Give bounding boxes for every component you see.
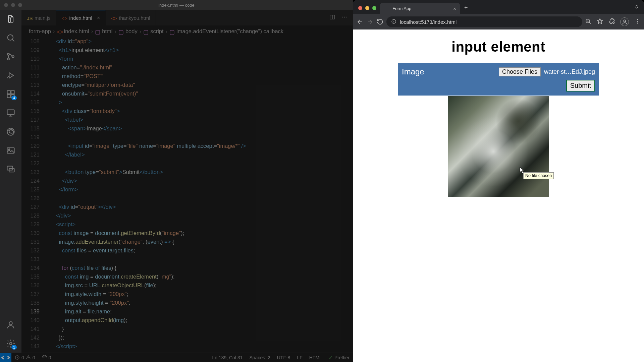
browser-traffic-lights[interactable] <box>358 6 376 10</box>
status-ports[interactable]: 0 <box>39 355 55 360</box>
browser-menu-icon[interactable] <box>634 18 641 26</box>
source-control-icon[interactable] <box>6 52 16 62</box>
search-icon[interactable] <box>6 33 16 43</box>
svg-point-2 <box>7 58 9 60</box>
svg-point-1 <box>7 53 9 55</box>
image-icon[interactable] <box>6 145 16 156</box>
image-label: Image <box>402 67 424 76</box>
split-editor-icon[interactable] <box>329 14 335 21</box>
status-eol[interactable]: LF <box>293 355 306 360</box>
tab-title: Form App <box>392 6 411 11</box>
svg-point-18 <box>344 17 345 18</box>
svg-point-3 <box>12 56 14 58</box>
status-cursor-position[interactable]: Ln 139, Col 31 <box>209 355 246 360</box>
explorer-icon[interactable] <box>6 14 16 24</box>
status-language[interactable]: HTML <box>306 355 325 360</box>
new-tab-button[interactable]: + <box>464 4 468 11</box>
form-body: Image Choose Files water-st…EdJ.jpeg Sub… <box>398 63 599 96</box>
submit-button[interactable]: Submit <box>566 80 595 92</box>
symbol-icon: ▢ <box>95 29 100 34</box>
vscode-window-title: index.html — code <box>158 3 195 8</box>
symbol-icon: ▢ <box>169 29 174 34</box>
js-file-icon: JS <box>27 15 32 20</box>
status-bar: 0 0 0 Ln 139, Col 31 Spaces: 2 UTF-8 LF … <box>0 353 353 362</box>
symbol-icon: ▢ <box>143 29 148 34</box>
selected-file-name: water-st…EdJ.jpeg <box>544 68 595 75</box>
breadcrumb-item[interactable]: image.addEventListener("change") callbac… <box>176 28 283 35</box>
tab-label: index.html <box>69 15 92 21</box>
reload-icon[interactable] <box>376 18 384 25</box>
vscode-traffic-lights[interactable] <box>4 3 22 7</box>
back-icon[interactable] <box>356 18 364 25</box>
svg-point-25 <box>637 19 638 20</box>
svg-point-14 <box>9 322 12 325</box>
svg-point-0 <box>8 35 13 40</box>
svg-rect-5 <box>7 95 10 98</box>
html-file-icon: <> <box>62 15 67 20</box>
zoom-icon[interactable] <box>585 18 591 26</box>
svg-rect-4 <box>7 91 10 94</box>
status-indentation[interactable]: Spaces: 2 <box>246 355 273 360</box>
favicon-icon <box>384 6 389 11</box>
status-errors[interactable]: 0 0 <box>11 355 39 360</box>
editor-tabs: JS main.js <> index.html × <> thankyou.h… <box>21 10 353 25</box>
extensions-puzzle-icon[interactable] <box>608 18 615 26</box>
browser-tab[interactable]: Form App × <box>380 3 460 14</box>
breadcrumb-file[interactable]: index.html <box>64 28 89 35</box>
account-icon[interactable] <box>6 320 16 330</box>
breadcrumb-item[interactable]: body <box>125 28 138 35</box>
bookmark-star-icon[interactable] <box>597 18 603 26</box>
more-actions-icon[interactable] <box>341 14 347 21</box>
breadcrumb-root[interactable]: form-app <box>29 28 51 35</box>
svg-rect-8 <box>7 110 14 115</box>
remote-indicator[interactable] <box>0 353 11 362</box>
file-input-tooltip: No file chosen <box>523 172 554 179</box>
status-formatter[interactable]: ✓Prettier <box>325 355 353 360</box>
extensions-badge: 4 <box>11 96 17 100</box>
forward-icon[interactable] <box>366 18 374 25</box>
site-info-icon[interactable] <box>391 19 396 25</box>
profile-avatar-icon[interactable] <box>620 17 629 26</box>
close-icon[interactable]: × <box>97 15 100 21</box>
vscode-window: index.html — code 4 <box>0 0 353 362</box>
code-editor[interactable]: 1081091101111121131141151161171181191201… <box>21 37 353 353</box>
settings-gear-icon[interactable]: 1 <box>6 339 16 349</box>
svg-point-17 <box>342 17 343 18</box>
svg-point-11 <box>9 149 10 150</box>
close-icon[interactable]: × <box>453 6 456 11</box>
svg-point-21 <box>44 357 45 358</box>
svg-point-26 <box>637 21 638 22</box>
window-expand-icon[interactable] <box>634 4 639 11</box>
svg-rect-12 <box>7 166 13 170</box>
address-bar[interactable]: localhost:5173/index.html <box>386 16 582 27</box>
page-title: input element <box>451 39 545 55</box>
choose-files-button[interactable]: Choose Files <box>499 67 541 76</box>
svg-rect-10 <box>7 148 14 153</box>
html-file-icon: <> <box>57 29 62 34</box>
status-encoding[interactable]: UTF-8 <box>274 355 294 360</box>
tab-main-js[interactable]: JS main.js <box>21 10 56 25</box>
remote-explorer-icon[interactable] <box>6 108 16 118</box>
activity-bar: 4 1 <box>0 10 21 353</box>
breadcrumb[interactable]: form-app › <> index.html › ▢ html › ▢ bo… <box>21 25 353 37</box>
settings-badge: 1 <box>11 345 17 350</box>
comments-icon[interactable] <box>6 164 16 174</box>
browser-tabstrip: Form App × + <box>353 0 644 14</box>
vscode-titlebar: index.html — code <box>0 0 353 10</box>
image-preview <box>448 96 549 197</box>
browser-toolbar: localhost:5173/index.html <box>353 14 644 29</box>
tab-label: main.js <box>35 15 51 21</box>
edge-tools-icon[interactable] <box>6 127 16 137</box>
breadcrumb-item[interactable]: script <box>150 28 163 35</box>
breadcrumb-item[interactable]: html <box>102 28 112 35</box>
tab-thankyou-html[interactable]: <> thankyou.html <box>106 10 156 25</box>
url-text: localhost:5173/index.html <box>400 19 457 25</box>
svg-rect-7 <box>11 91 14 94</box>
tab-index-html[interactable]: <> index.html × <box>56 10 106 25</box>
browser-window: Form App × + localhost:5173/index.html i… <box>353 0 644 362</box>
svg-point-27 <box>637 22 638 23</box>
symbol-icon: ▢ <box>118 29 123 34</box>
svg-point-24 <box>624 20 626 22</box>
run-debug-icon[interactable] <box>6 70 16 80</box>
extensions-icon[interactable]: 4 <box>6 89 16 99</box>
